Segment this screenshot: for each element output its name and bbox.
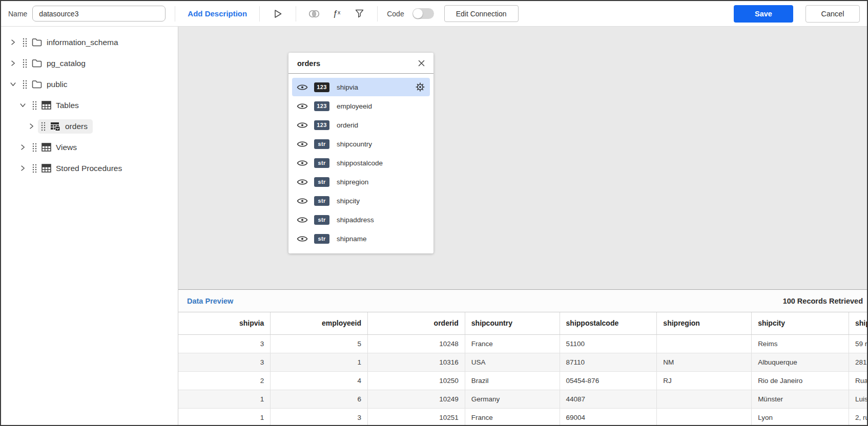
preview-header-shipaddress: shipaddress bbox=[849, 312, 867, 334]
preview-cell: 2817 bbox=[849, 353, 867, 371]
toolbar-divider bbox=[259, 6, 260, 22]
preview-table: shipviaemployeeidorderidshipcountryshipp… bbox=[178, 312, 867, 425]
column-type-badge: str bbox=[314, 139, 329, 149]
drag-handle-icon[interactable] bbox=[23, 80, 27, 89]
drag-handle-icon[interactable] bbox=[23, 38, 27, 47]
folder-icon bbox=[32, 59, 42, 68]
preview-header-shippostalcode: shippostalcode bbox=[560, 312, 657, 334]
add-description-button[interactable]: Add Description bbox=[184, 9, 250, 18]
preview-cell: Luise bbox=[849, 390, 867, 408]
tree-item-label: orders bbox=[65, 122, 88, 131]
preview-row: 3110316USA87110NMAlbuquerque2817 bbox=[178, 353, 867, 371]
preview-cell: 3 bbox=[178, 353, 271, 371]
card-column-row-orderid[interactable]: 123 orderid bbox=[292, 116, 430, 134]
data-preview-title: Data Preview bbox=[187, 297, 233, 305]
eye-icon[interactable] bbox=[297, 102, 308, 110]
preview-cell: 3 bbox=[271, 408, 368, 425]
preview-header-shipcity: shipcity bbox=[752, 312, 849, 334]
preview-header-employeeid: employeeid bbox=[271, 312, 368, 334]
tree-item-body[interactable]: orders bbox=[38, 119, 93, 134]
drag-handle-icon[interactable] bbox=[32, 164, 37, 173]
card-column-row-shipcity[interactable]: str shipcity bbox=[292, 191, 430, 210]
chevron-icon[interactable] bbox=[16, 102, 29, 108]
name-label: Name bbox=[8, 10, 27, 18]
preview-cell: 1 bbox=[178, 408, 271, 425]
run-preview-button[interactable] bbox=[269, 5, 286, 23]
data-preview-section: Data Preview 100 Records Retrieved shipv… bbox=[178, 289, 867, 425]
eye-icon[interactable] bbox=[297, 159, 308, 167]
preview-cell: 2, ru bbox=[849, 408, 867, 425]
chevron-icon[interactable] bbox=[25, 123, 38, 129]
card-column-row-shipcountry[interactable]: str shipcountry bbox=[292, 135, 430, 153]
preview-cell: 87110 bbox=[560, 353, 657, 371]
chevron-icon[interactable] bbox=[6, 60, 19, 66]
eye-icon[interactable] bbox=[297, 235, 308, 243]
content-area: orders 123 shipvia bbox=[178, 27, 867, 425]
card-column-row-shippostalcode[interactable]: str shippostalcode bbox=[292, 154, 430, 172]
code-toggle[interactable] bbox=[412, 8, 434, 19]
preview-cell: Reims bbox=[752, 334, 849, 353]
edit-connection-button[interactable]: Edit Connection bbox=[444, 5, 519, 22]
tree-item-tables[interactable]: Tables bbox=[1, 95, 178, 116]
card-column-row-shipname[interactable]: str shipname bbox=[292, 229, 430, 248]
eye-icon[interactable] bbox=[297, 83, 308, 91]
drag-handle-icon[interactable] bbox=[23, 59, 27, 68]
save-button[interactable]: Save bbox=[734, 5, 793, 23]
code-label: Code bbox=[387, 10, 404, 18]
eye-icon[interactable] bbox=[297, 140, 308, 148]
expression-button[interactable]: ƒˣ bbox=[328, 5, 345, 23]
card-column-row-shipregion[interactable]: str shipregion bbox=[292, 173, 430, 191]
eye-icon[interactable] bbox=[297, 121, 308, 129]
tree-item-information-schema[interactable]: information_schema bbox=[1, 32, 178, 53]
gear-icon[interactable] bbox=[415, 82, 425, 92]
card-column-row-employeeid[interactable]: 123 employeeid bbox=[292, 97, 430, 115]
eye-icon[interactable] bbox=[297, 197, 308, 205]
tree-item-stored-procedures[interactable]: Stored Procedures bbox=[1, 158, 178, 179]
card-column-row-shipvia[interactable]: 123 shipvia bbox=[292, 78, 430, 96]
preview-cell: 10250 bbox=[368, 371, 465, 390]
tree-item-body[interactable]: Stored Procedures bbox=[29, 161, 127, 176]
column-name: shipregion bbox=[337, 178, 368, 186]
drag-handle-icon[interactable] bbox=[41, 122, 46, 131]
tree-item-body[interactable]: pg_catalog bbox=[19, 56, 91, 71]
preview-cell bbox=[657, 334, 752, 353]
filter-button[interactable] bbox=[350, 5, 368, 23]
tree-item-pg-catalog[interactable]: pg_catalog bbox=[1, 53, 178, 74]
tree-item-orders[interactable]: orders bbox=[1, 116, 178, 137]
eye-icon[interactable] bbox=[297, 178, 308, 186]
card-title: orders bbox=[297, 59, 320, 68]
tree-item-body[interactable]: information_schema bbox=[19, 35, 123, 50]
chevron-icon[interactable] bbox=[16, 144, 29, 150]
datasource-name-input[interactable] bbox=[32, 6, 166, 22]
eye-icon[interactable] bbox=[297, 216, 308, 224]
drag-handle-icon[interactable] bbox=[32, 101, 37, 110]
orders-table-card[interactable]: orders 123 shipvia bbox=[288, 53, 433, 253]
chevron-icon[interactable] bbox=[6, 81, 19, 87]
toolbar-divider bbox=[296, 6, 296, 22]
preview-cell: NM bbox=[657, 353, 752, 371]
preview-cell: Münster bbox=[752, 390, 849, 408]
chevron-icon[interactable] bbox=[16, 165, 29, 171]
column-type-badge: str bbox=[314, 215, 329, 225]
table-icon bbox=[42, 164, 51, 173]
tree-item-label: pg_catalog bbox=[47, 59, 86, 68]
column-type-badge: str bbox=[314, 158, 329, 168]
drag-handle-icon[interactable] bbox=[32, 143, 37, 152]
preview-cell: 4 bbox=[271, 371, 368, 390]
tree-item-views[interactable]: Views bbox=[1, 137, 178, 158]
tree-item-body[interactable]: public bbox=[19, 77, 73, 92]
tree-item-body[interactable]: Tables bbox=[29, 98, 84, 113]
preview-cell bbox=[657, 390, 752, 408]
chevron-icon[interactable] bbox=[6, 39, 19, 45]
tree-item-public[interactable]: public bbox=[1, 74, 178, 95]
design-canvas[interactable]: orders 123 shipvia bbox=[178, 27, 867, 289]
card-column-row-shipaddress[interactable]: str shipaddress bbox=[292, 210, 430, 229]
cancel-button[interactable]: Cancel bbox=[805, 5, 860, 23]
tree-item-body[interactable]: Views bbox=[29, 140, 82, 155]
join-button[interactable] bbox=[305, 5, 323, 23]
column-name: shipcountry bbox=[337, 140, 372, 148]
close-icon[interactable] bbox=[417, 59, 426, 68]
folder-icon bbox=[32, 38, 42, 47]
join-icon bbox=[308, 10, 320, 18]
filter-icon bbox=[355, 9, 364, 18]
